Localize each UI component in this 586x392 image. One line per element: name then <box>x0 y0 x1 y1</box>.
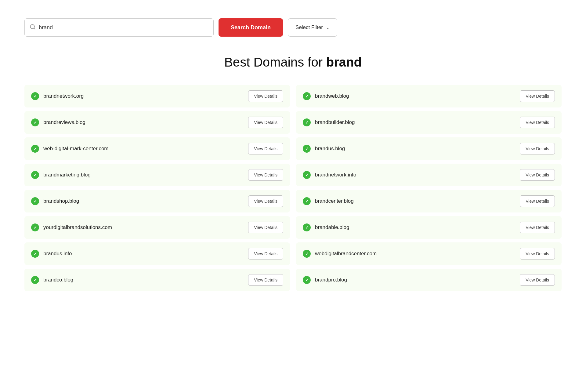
domain-name: web-digital-mark-center.com <box>43 146 109 152</box>
view-details-button[interactable]: View Details <box>520 222 555 233</box>
available-icon <box>303 171 311 179</box>
domain-item: webdigitalbrandcenter.com View Details <box>296 242 562 265</box>
domains-grid: brandnetwork.org View Details brandweb.b… <box>24 85 562 291</box>
domain-left: brandus.blog <box>303 145 345 153</box>
available-icon <box>31 92 39 100</box>
domain-left: web-digital-mark-center.com <box>31 145 109 153</box>
available-icon <box>303 145 311 153</box>
available-icon <box>31 118 39 126</box>
view-details-button[interactable]: View Details <box>520 195 555 207</box>
available-icon <box>31 145 39 153</box>
view-details-button[interactable]: View Details <box>520 143 555 154</box>
domain-name: brandweb.blog <box>315 93 349 99</box>
available-icon <box>31 223 39 231</box>
domain-item: brandbuilder.blog View Details <box>296 111 562 134</box>
domain-name: brandus.blog <box>315 146 345 152</box>
domain-name: brandable.blog <box>315 224 349 230</box>
domain-name: webdigitalbrandcenter.com <box>315 251 377 257</box>
available-icon <box>31 250 39 258</box>
view-details-button[interactable]: View Details <box>248 248 283 260</box>
page-title: Best Domains for brand <box>24 55 562 70</box>
domain-left: brandnetwork.org <box>31 92 84 100</box>
domain-left: brandshop.blog <box>31 197 79 205</box>
view-details-button[interactable]: View Details <box>520 90 555 102</box>
domain-left: brandmarketing.blog <box>31 171 91 179</box>
domain-name: brandcenter.blog <box>315 198 354 204</box>
domain-left: webdigitalbrandcenter.com <box>303 250 377 258</box>
domain-name: brandnetwork.info <box>315 172 356 178</box>
available-icon <box>303 92 311 100</box>
available-icon <box>31 197 39 205</box>
available-icon <box>31 276 39 284</box>
domain-item: brandable.blog View Details <box>296 216 562 239</box>
available-icon <box>303 223 311 231</box>
domain-name: yourdigitalbrandsolutions.com <box>43 224 112 230</box>
domain-left: brandreviews.blog <box>31 118 85 126</box>
domain-left: brandus.info <box>31 250 72 258</box>
domain-left: brandpro.blog <box>303 276 347 284</box>
domain-item: brandpro.blog View Details <box>296 269 562 291</box>
domain-name: brandnetwork.org <box>43 93 84 99</box>
filter-button[interactable]: Select Filter ⌄ <box>288 18 337 37</box>
view-details-button[interactable]: View Details <box>520 117 555 128</box>
domain-left: brandweb.blog <box>303 92 349 100</box>
domain-name: brandmarketing.blog <box>43 172 91 178</box>
available-icon <box>303 197 311 205</box>
domain-name: brandco.blog <box>43 277 73 283</box>
title-prefix: Best Domains for <box>224 55 326 69</box>
domain-item: web-digital-mark-center.com View Details <box>24 137 290 160</box>
domain-item: brandnetwork.org View Details <box>24 85 290 107</box>
domain-left: brandable.blog <box>303 223 349 231</box>
chevron-down-icon: ⌄ <box>326 25 330 30</box>
domain-left: brandnetwork.info <box>303 171 356 179</box>
view-details-button[interactable]: View Details <box>520 248 555 260</box>
domain-item: brandshop.blog View Details <box>24 190 290 212</box>
view-details-button[interactable]: View Details <box>520 169 555 181</box>
domain-item: brandcenter.blog View Details <box>296 190 562 212</box>
domain-name: brandshop.blog <box>43 198 79 204</box>
domain-item: brandnetwork.info View Details <box>296 164 562 186</box>
domain-item: brandmarketing.blog View Details <box>24 164 290 186</box>
search-domain-button[interactable]: Search Domain <box>219 18 283 37</box>
filter-button-label: Select Filter <box>295 24 323 31</box>
domain-item: brandco.blog View Details <box>24 269 290 291</box>
domain-item: brandus.blog View Details <box>296 137 562 160</box>
view-details-button[interactable]: View Details <box>248 274 283 286</box>
domain-item: yourdigitalbrandsolutions.com View Detai… <box>24 216 290 239</box>
available-icon <box>303 250 311 258</box>
search-icon <box>30 24 39 31</box>
domain-item: brandweb.blog View Details <box>296 85 562 107</box>
search-input[interactable] <box>39 24 208 31</box>
domain-left: yourdigitalbrandsolutions.com <box>31 223 112 231</box>
view-details-button[interactable]: View Details <box>248 143 283 154</box>
available-icon <box>303 276 311 284</box>
view-details-button[interactable]: View Details <box>248 117 283 128</box>
domain-item: brandus.info View Details <box>24 242 290 265</box>
domain-name: brandreviews.blog <box>43 119 85 125</box>
view-details-button[interactable]: View Details <box>248 222 283 233</box>
view-details-button[interactable]: View Details <box>520 274 555 286</box>
domain-name: brandbuilder.blog <box>315 119 355 125</box>
search-input-wrapper <box>24 18 214 37</box>
search-bar: Search Domain Select Filter ⌄ <box>24 18 562 37</box>
domain-left: brandco.blog <box>31 276 73 284</box>
domain-left: brandcenter.blog <box>303 197 354 205</box>
domain-name: brandus.info <box>43 251 72 257</box>
domain-left: brandbuilder.blog <box>303 118 355 126</box>
title-keyword: brand <box>326 55 362 69</box>
view-details-button[interactable]: View Details <box>248 169 283 181</box>
domain-name: brandpro.blog <box>315 277 347 283</box>
available-icon <box>303 118 311 126</box>
domain-item: brandreviews.blog View Details <box>24 111 290 134</box>
svg-line-1 <box>34 28 35 29</box>
available-icon <box>31 171 39 179</box>
view-details-button[interactable]: View Details <box>248 195 283 207</box>
view-details-button[interactable]: View Details <box>248 90 283 102</box>
